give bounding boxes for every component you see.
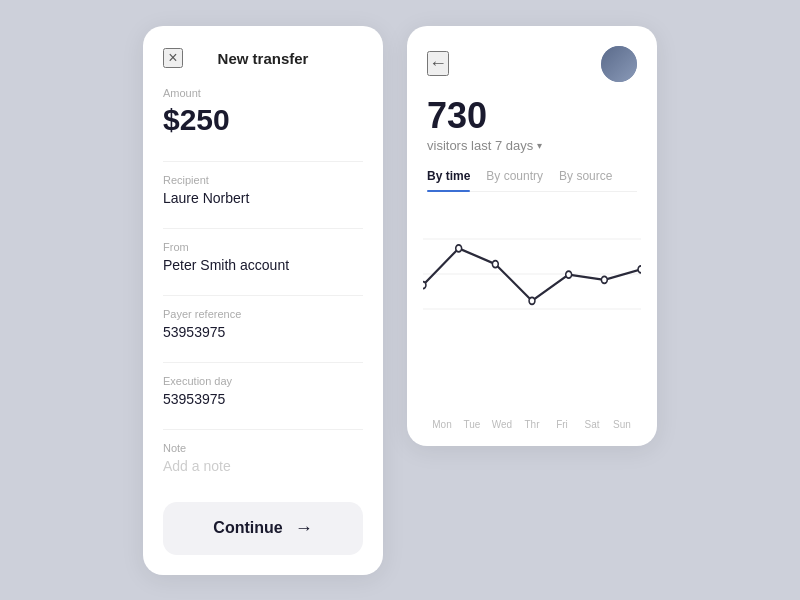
svg-point-3 bbox=[423, 281, 426, 288]
svg-point-9 bbox=[638, 265, 641, 272]
close-button[interactable]: × bbox=[163, 48, 183, 68]
divider-5 bbox=[163, 429, 363, 430]
recipient-label: Recipient bbox=[163, 174, 363, 186]
right-card: ← 730 visitors last 7 days ▾ By time By … bbox=[407, 26, 657, 446]
svg-point-5 bbox=[492, 260, 498, 267]
x-label-sun: Sun bbox=[607, 419, 637, 430]
divider-2 bbox=[163, 228, 363, 229]
left-card: × New transfer Amount $250 Recipient Lau… bbox=[143, 26, 383, 575]
line-chart bbox=[423, 204, 641, 344]
chevron-down-icon[interactable]: ▾ bbox=[537, 140, 542, 151]
x-label-fri: Fri bbox=[547, 419, 577, 430]
arrow-right-icon: → bbox=[295, 518, 313, 539]
execution-day-value: 53953975 bbox=[163, 391, 363, 407]
x-label-tue: Tue bbox=[457, 419, 487, 430]
continue-button[interactable]: Continue → bbox=[163, 502, 363, 555]
note-group: Note Add a note bbox=[163, 442, 363, 484]
recipient-value: Laure Norbert bbox=[163, 190, 363, 206]
card-title: New transfer bbox=[218, 50, 309, 67]
payer-ref-group: Payer reference 53953975 bbox=[163, 308, 363, 350]
x-label-wed: Wed bbox=[487, 419, 517, 430]
visitors-label: visitors last 7 days ▾ bbox=[427, 138, 637, 153]
note-placeholder[interactable]: Add a note bbox=[163, 458, 363, 474]
divider-1 bbox=[163, 161, 363, 162]
execution-day-label: Execution day bbox=[163, 375, 363, 387]
payer-ref-label: Payer reference bbox=[163, 308, 363, 320]
screen-container: × New transfer Amount $250 Recipient Lau… bbox=[143, 26, 657, 575]
x-axis: Mon Tue Wed Thr Fri Sat Sun bbox=[427, 413, 637, 430]
from-group: From Peter Smith account bbox=[163, 241, 363, 283]
payer-ref-value: 53953975 bbox=[163, 324, 363, 340]
chart-tabs: By time By country By source bbox=[427, 169, 637, 192]
divider-3 bbox=[163, 295, 363, 296]
x-label-thu: Thr bbox=[517, 419, 547, 430]
divider-4 bbox=[163, 362, 363, 363]
avatar bbox=[601, 46, 637, 82]
tab-by-source[interactable]: By source bbox=[559, 169, 612, 191]
svg-point-6 bbox=[529, 297, 535, 304]
amount-label: Amount bbox=[163, 87, 363, 99]
from-value: Peter Smith account bbox=[163, 257, 363, 273]
tab-by-time[interactable]: By time bbox=[427, 169, 470, 191]
avatar-image bbox=[601, 46, 637, 82]
visitor-count: 730 bbox=[427, 98, 637, 134]
note-label: Note bbox=[163, 442, 363, 454]
tab-by-country[interactable]: By country bbox=[486, 169, 543, 191]
svg-point-8 bbox=[601, 276, 607, 283]
x-label-mon: Mon bbox=[427, 419, 457, 430]
svg-point-4 bbox=[456, 244, 462, 251]
card-header: × New transfer bbox=[163, 50, 363, 67]
chart-area bbox=[423, 204, 641, 413]
amount-value: $250 bbox=[163, 103, 363, 137]
x-label-sat: Sat bbox=[577, 419, 607, 430]
svg-point-7 bbox=[566, 271, 572, 278]
right-card-header: ← bbox=[427, 46, 637, 82]
amount-group: Amount $250 bbox=[163, 87, 363, 149]
continue-button-label: Continue bbox=[213, 519, 282, 537]
back-button[interactable]: ← bbox=[427, 51, 449, 76]
from-label: From bbox=[163, 241, 363, 253]
recipient-group: Recipient Laure Norbert bbox=[163, 174, 363, 216]
execution-day-group: Execution day 53953975 bbox=[163, 375, 363, 417]
